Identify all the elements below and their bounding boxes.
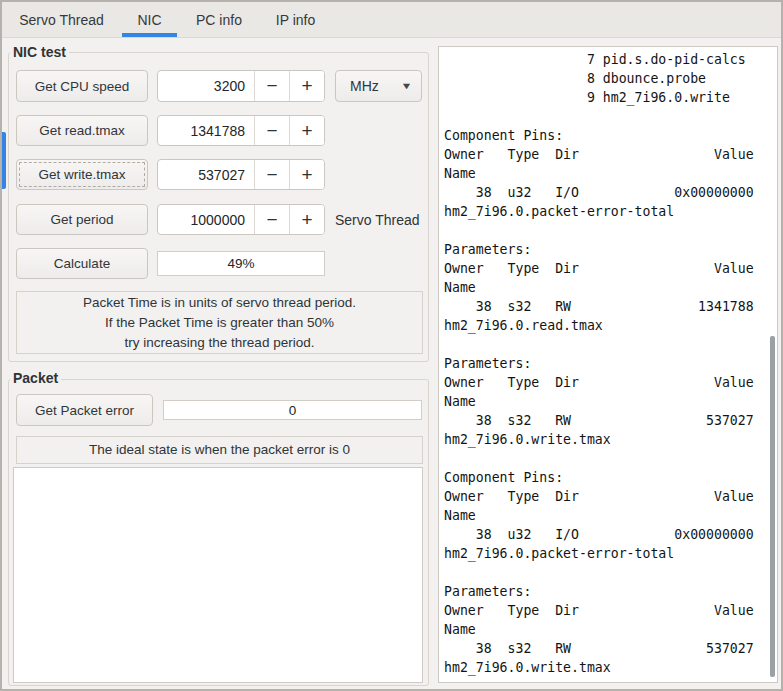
cpu-speed-increment-icon[interactable]: + xyxy=(289,71,324,101)
cpu-speed-unit-value: MHz xyxy=(350,78,379,94)
packet-time-percent: 49% xyxy=(227,256,254,271)
get-cpu-speed-button[interactable]: Get CPU speed xyxy=(16,70,148,102)
write-tmax-value[interactable]: 537027 xyxy=(158,160,254,189)
get-packet-error-label: Get Packet error xyxy=(35,403,134,418)
packet-time-info-line3: try increasing the thread period. xyxy=(125,333,315,353)
output-scrollbar-thumb[interactable] xyxy=(770,336,775,677)
hal-output-text: 7 pid.s.do-pid-calcs 8 dbounce.probe 9 h… xyxy=(439,47,777,677)
get-packet-error-button[interactable]: Get Packet error xyxy=(16,394,153,426)
get-write-tmax-button[interactable]: Get write.tmax xyxy=(16,159,148,190)
tab-ip-info-label: IP info xyxy=(276,12,315,28)
tab-pc-info-label: PC info xyxy=(196,12,242,28)
packet-error-value: 0 xyxy=(289,403,297,418)
active-tab-indicator xyxy=(122,33,177,37)
tab-ip-info[interactable]: IP info xyxy=(260,2,331,37)
hal-output-panel[interactable]: 7 pid.s.do-pid-calcs 8 dbounce.probe 9 h… xyxy=(438,46,778,683)
read-tmax-decrement-icon[interactable]: − xyxy=(254,116,289,145)
packet-empty-panel xyxy=(13,467,423,683)
read-tmax-increment-icon[interactable]: + xyxy=(289,116,324,145)
write-tmax-increment-icon[interactable]: + xyxy=(289,160,324,189)
dropdown-arrow-icon: ▼ xyxy=(401,81,413,91)
cpu-speed-value[interactable]: 3200 xyxy=(158,71,254,101)
calculate-label: Calculate xyxy=(54,256,110,271)
packet-frame-label: Packet xyxy=(10,371,61,386)
tab-nic[interactable]: NIC xyxy=(121,2,178,37)
period-value[interactable]: 1000000 xyxy=(158,205,254,234)
write-tmax-spinbox: 537027 − + xyxy=(157,159,325,190)
get-read-tmax-button[interactable]: Get read.tmax xyxy=(16,115,148,146)
get-write-tmax-label: Get write.tmax xyxy=(38,167,125,182)
read-tmax-value[interactable]: 1341788 xyxy=(158,116,254,145)
cpu-speed-decrement-icon[interactable]: − xyxy=(254,71,289,101)
edge-scroll-indicator[interactable] xyxy=(2,132,6,189)
packet-error-info-text: The ideal state is when the packet error… xyxy=(89,440,350,460)
packet-time-info-box: Packet Time is in units of servo thread … xyxy=(16,291,423,354)
tab-bar: Servo Thread NIC PC info IP info xyxy=(2,2,781,38)
write-tmax-decrement-icon[interactable]: − xyxy=(254,160,289,189)
get-period-label: Get period xyxy=(50,212,113,227)
packet-error-info-box: The ideal state is when the packet error… xyxy=(16,436,423,464)
packet-time-info-line2: If the Packet Time is greater than 50% xyxy=(105,313,334,333)
nic-test-frame-label: NIC test xyxy=(10,45,69,60)
tab-servo-thread-label: Servo Thread xyxy=(19,12,104,28)
calculate-button[interactable]: Calculate xyxy=(16,248,148,279)
get-cpu-speed-label: Get CPU speed xyxy=(35,79,130,94)
tab-pc-info[interactable]: PC info xyxy=(178,2,260,37)
tab-servo-thread[interactable]: Servo Thread xyxy=(2,2,121,37)
cpu-speed-unit-dropdown[interactable]: MHz ▼ xyxy=(335,70,422,102)
packet-time-progress-field[interactable]: 49% xyxy=(157,251,325,276)
get-read-tmax-label: Get read.tmax xyxy=(39,123,125,138)
servo-thread-label: Servo Thread xyxy=(335,204,420,235)
cpu-speed-spinbox: 3200 − + xyxy=(157,70,325,102)
read-tmax-spinbox: 1341788 − + xyxy=(157,115,325,146)
period-increment-icon[interactable]: + xyxy=(289,205,324,234)
packet-time-info-line1: Packet Time is in units of servo thread … xyxy=(83,293,356,313)
period-decrement-icon[interactable]: − xyxy=(254,205,289,234)
period-spinbox: 1000000 − + xyxy=(157,204,325,235)
get-period-button[interactable]: Get period xyxy=(16,204,148,235)
tab-nic-label: NIC xyxy=(137,12,161,28)
app-window: Servo Thread NIC PC info IP info NIC tes… xyxy=(0,0,783,691)
packet-error-field[interactable]: 0 xyxy=(163,400,422,420)
